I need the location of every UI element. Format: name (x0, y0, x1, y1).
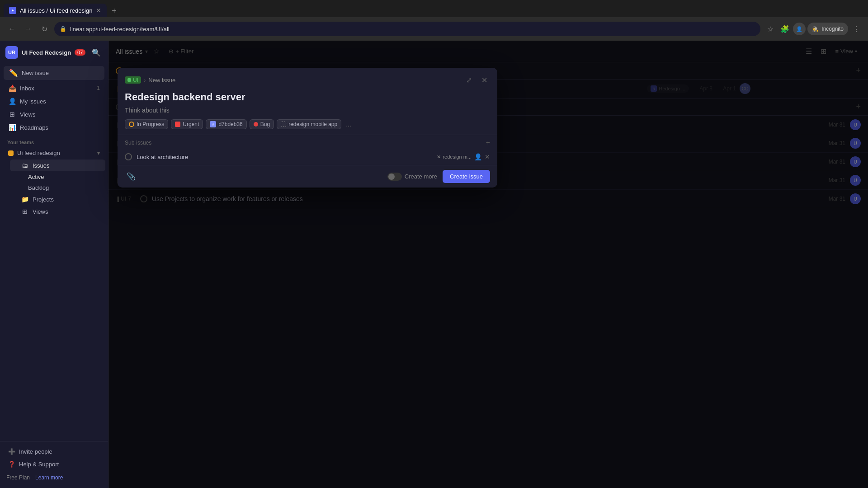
in-progress-status-icon (129, 122, 134, 127)
create-issue-modal: UI › New issue ⤢ ✕ Redesign backend serv… (118, 68, 497, 188)
roadmaps-icon: 📊 (8, 123, 16, 131)
modal-subissues: Sub-issues + Look at architecture ✕ rede… (118, 135, 497, 165)
invite-people-button[interactable]: ➕ Invite people (3, 446, 105, 458)
active-label: Active (28, 174, 44, 180)
browser-toolbar: ← → ↻ 🔒 linear.app/ui-feed-redesign/team… (0, 17, 868, 41)
toggle-knob (388, 174, 395, 180)
sidebar-item-inbox[interactable]: 📥 Inbox 1 (3, 82, 105, 94)
attach-button[interactable]: 📎 (125, 170, 137, 183)
sidebar-item-issues[interactable]: 🗂 Issues (10, 160, 105, 171)
tag-bug-label: Bug (260, 121, 270, 127)
subissue-label-icon: ✕ (437, 154, 441, 160)
new-issue-button[interactable]: ✏️ New issue (4, 66, 104, 80)
modal-expand-button[interactable]: ⤢ (463, 74, 475, 86)
reload-button[interactable]: ↻ (38, 23, 51, 35)
team-name: Ui feed redesign (17, 150, 94, 156)
sidebar: UR UI Feed Redesign 07 🔍 ✏️ New issue 📥 … (0, 41, 108, 488)
active-tab[interactable]: ● All issues / Ui feed redesign ✕ (4, 4, 107, 17)
url-text: linear.app/ui-feed-redesign/team/UI/all (70, 26, 170, 33)
create-more-toggle[interactable]: Create more (387, 173, 437, 181)
subissue-assign-icon[interactable]: 👤 (474, 153, 482, 160)
sidebar-item-views[interactable]: ⊞ Views (3, 108, 105, 121)
modal-team-dot-icon (127, 78, 131, 82)
workspace-info: UR UI Feed Redesign 07 (5, 46, 85, 59)
subissue-title: Look at architecture (137, 154, 432, 160)
modal-team-label: UI (133, 77, 138, 83)
invite-icon: ➕ (8, 448, 15, 455)
modal-header-actions: ⤢ ✕ (463, 74, 490, 86)
modal-footer-left: 📎 (125, 170, 137, 183)
free-plan-label: Free Plan (6, 474, 30, 481)
modal-footer-right: Create more Create issue (387, 170, 490, 183)
modal-breadcrumb-sep: › (144, 77, 146, 84)
profile-button[interactable]: 👤 (793, 23, 806, 35)
new-tab-button[interactable]: + (108, 5, 120, 17)
forward-button[interactable]: → (22, 23, 34, 35)
views-icon: ⊞ (8, 110, 16, 118)
incognito-icon: 🕵️ (812, 26, 819, 32)
new-issue-label: New issue (22, 70, 49, 76)
subissues-add-button[interactable]: + (486, 139, 490, 147)
sidebar-header: UR UI Feed Redesign 07 🔍 (0, 41, 108, 62)
notification-badge: 07 (75, 49, 85, 56)
help-support-button[interactable]: ❓ Help & Support (3, 458, 105, 470)
tag-status[interactable]: In Progress (125, 119, 168, 129)
subissues-label: Sub-issues (125, 140, 151, 146)
roadmaps-label: Roadmaps (20, 124, 100, 131)
tag-priority[interactable]: Urgent (171, 119, 203, 129)
more-tags-button[interactable]: ... (344, 119, 353, 129)
invite-label: Invite people (19, 448, 52, 455)
modal-title[interactable]: Redesign backend server (125, 91, 490, 103)
subissue-label: ✕ redesign m... (437, 154, 472, 160)
projects-label: Projects (33, 196, 54, 203)
projects-icon: 📁 (21, 195, 29, 203)
tag-bug[interactable]: Bug (250, 119, 274, 129)
modal-tags: In Progress Urgent # d7bdeb36 Bug redesi… (118, 119, 497, 135)
sidebar-bottom: ➕ Invite people ❓ Help & Support Free Pl… (0, 441, 108, 488)
free-plan-info: Free Plan Learn more (0, 471, 108, 484)
modal-overlay: UI › New issue ⤢ ✕ Redesign backend serv… (108, 41, 868, 488)
back-button[interactable]: ← (5, 23, 18, 35)
sidebar-item-team-views[interactable]: ⊞ Views (10, 206, 105, 217)
search-button[interactable]: 🔍 (90, 46, 103, 59)
label-ref-icon (281, 122, 286, 127)
modal-title-area: Redesign backend server (118, 89, 497, 107)
new-issue-icon: ✏️ (9, 69, 18, 77)
team-views-icon: ⊞ (21, 207, 29, 216)
sidebar-item-backlog[interactable]: Backlog (10, 183, 105, 193)
bookmark-button[interactable]: ☆ (764, 23, 777, 35)
tag-hash[interactable]: # d7bdeb36 (206, 119, 246, 129)
subissue-remove-button[interactable]: ✕ (485, 153, 490, 160)
workspace-name: UI Feed Redesign (22, 49, 71, 56)
extensions-button[interactable]: 🧩 (778, 23, 791, 35)
my-issues-label: My issues (20, 98, 100, 105)
team-sub-items: 🗂 Issues Active Backlog 📁 Projects ⊞ Vie… (0, 159, 108, 218)
urgent-icon (175, 122, 180, 127)
backlog-label: Backlog (28, 184, 49, 191)
menu-button[interactable]: ⋮ (850, 23, 863, 35)
subissues-header: Sub-issues + (125, 139, 490, 147)
sidebar-item-roadmaps[interactable]: 📊 Roadmaps (3, 121, 105, 134)
address-bar[interactable]: 🔒 linear.app/ui-feed-redesign/team/UI/al… (54, 22, 760, 36)
create-issue-button[interactable]: Create issue (443, 170, 490, 183)
team-dot-icon (8, 150, 14, 156)
team-item[interactable]: Ui feed redesign ▾ (3, 147, 105, 159)
subissue-status-icon (125, 153, 132, 160)
modal-description[interactable]: Think about this (118, 107, 497, 119)
sidebar-item-my-issues[interactable]: 👤 My issues (3, 95, 105, 108)
subissue-item: Look at architecture ✕ redesign m... 👤 ✕ (125, 150, 490, 163)
lock-icon: 🔒 (60, 26, 66, 32)
toggle-switch[interactable] (387, 173, 402, 181)
modal-footer: 📎 Create more Create issue (118, 165, 497, 188)
incognito-indicator: 🕵️ Incognito (807, 23, 848, 35)
modal-breadcrumb-label: New issue (148, 77, 175, 84)
sidebar-item-active[interactable]: Active (10, 172, 105, 182)
sidebar-item-projects[interactable]: 📁 Projects (10, 193, 105, 205)
team-views-label: Views (33, 208, 48, 215)
tab-favicon: ● (9, 7, 16, 14)
modal-close-button[interactable]: ✕ (478, 74, 490, 86)
tab-close-button[interactable]: ✕ (96, 7, 101, 14)
tag-label[interactable]: redesign mobile app (277, 119, 341, 129)
subissue-label-text: redesign m... (443, 154, 472, 160)
learn-more-link[interactable]: Learn more (35, 474, 63, 481)
